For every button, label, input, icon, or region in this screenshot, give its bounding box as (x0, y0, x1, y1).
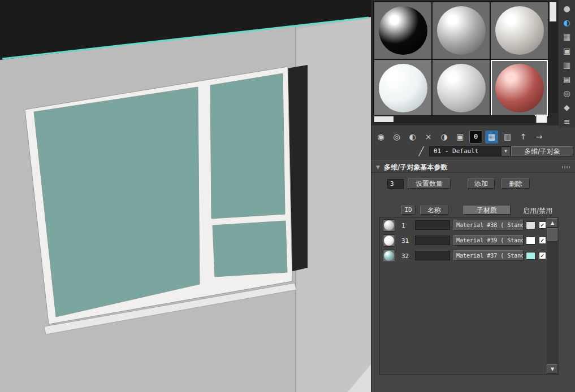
make-material-copy-icon[interactable]: ◑ (438, 130, 451, 143)
submaterial-thumbnail[interactable] (383, 234, 395, 247)
submaterial-row: 31 Material #39 ( Standard ) ✓ (380, 233, 547, 249)
material-sphere-icon (379, 6, 427, 55)
slots-horizontal-scrollbar[interactable] (373, 115, 535, 123)
rollout-collapse-icon[interactable]: ▼ (376, 164, 380, 170)
put-material-to-scene-icon[interactable]: ◎ (390, 130, 403, 143)
material-sphere-icon (495, 64, 544, 112)
submaterial-thumbnail[interactable] (383, 250, 395, 262)
background-icon[interactable]: ▦ (561, 31, 573, 43)
material-sphere-icon (437, 64, 486, 112)
scroll-down-icon[interactable]: ▼ (547, 364, 558, 374)
sample-slot-toolbar: ● ◐ ▦ ▣ ▥ ▤ ◎ ◆ ≡ (559, 0, 575, 128)
eyedropper-icon[interactable]: ╱ (416, 146, 427, 157)
sort-by-name-button[interactable]: 名称 (420, 206, 448, 215)
set-number-button[interactable]: 设置数量 (408, 178, 451, 189)
submaterial-color-swatch[interactable] (526, 252, 535, 260)
material-map-navigator-icon[interactable]: ≡ (561, 115, 573, 128)
glass-pane-right-top[interactable] (210, 73, 285, 219)
scrollbar-thumb[interactable] (550, 2, 556, 21)
submaterial-thumbnail[interactable] (383, 219, 395, 232)
material-slot-1[interactable] (374, 2, 431, 59)
submaterial-list: 1 Material #38 ( Standard ) ✓ 31 Materia… (379, 217, 559, 375)
submaterial-color-swatch[interactable] (526, 221, 535, 229)
submaterial-row: 1 Material #38 ( Standard ) ✓ (380, 218, 547, 233)
material-slot-3[interactable] (491, 2, 548, 59)
submaterial-id: 1 (401, 222, 405, 229)
sample-slots-grid (373, 1, 549, 117)
glass-pane-left[interactable] (34, 87, 200, 317)
material-name-row: ╱ 01 - Default ▼ 多维/子对象 (371, 146, 575, 158)
material-slot-4[interactable] (374, 60, 431, 116)
scrollbar-thumb[interactable] (374, 116, 394, 122)
scrollbar-thumb[interactable] (547, 228, 557, 241)
material-name-dropdown[interactable]: 01 - Default ▼ (429, 146, 511, 156)
material-sphere-icon (384, 220, 394, 230)
material-sphere-icon (495, 6, 544, 55)
make-preview-icon[interactable]: ▤ (561, 73, 573, 85)
material-count-field[interactable] (387, 179, 404, 189)
slots-scroll-corner[interactable] (536, 114, 547, 123)
multi-subobject-params: 设置数量 添加 删除 ID 名称 子材质 启用/禁用 1 Material #3… (371, 173, 575, 392)
submaterial-button[interactable]: Material #37 ( Standard ) (453, 250, 524, 261)
enable-checkbox[interactable]: ✓ (539, 237, 546, 244)
options-icon[interactable]: ◎ (561, 87, 573, 99)
submaterial-button[interactable]: Material #38 ( Standard ) (453, 220, 524, 230)
material-editor-panel: ● ◐ ▦ ▣ ▥ ▤ ◎ ◆ ≡ ◉ ◎ ◐ × ◑ ▣ 0 ▦ ▥ ↑ → … (371, 0, 575, 392)
list-scrollbar[interactable]: ▲ ▼ (547, 218, 558, 374)
submaterial-id: 31 (401, 237, 409, 245)
chevron-down-icon[interactable]: ▼ (501, 147, 510, 156)
enable-checkbox[interactable]: ✓ (539, 252, 546, 259)
slots-vertical-scrollbar[interactable] (548, 1, 557, 113)
get-material-icon[interactable]: ◉ (374, 130, 387, 143)
material-sphere-icon (384, 251, 394, 261)
sample-uv-tiling-icon[interactable]: ▣ (561, 45, 573, 57)
put-to-library-icon[interactable]: ▣ (453, 130, 466, 143)
video-color-check-icon[interactable]: ▥ (561, 59, 573, 71)
add-button[interactable]: 添加 (468, 178, 495, 189)
go-forward-sibling-icon[interactable]: → (533, 130, 546, 143)
delete-button[interactable]: 删除 (501, 178, 530, 189)
backlight-icon[interactable]: ◐ (561, 16, 573, 29)
go-to-parent-icon[interactable]: ↑ (517, 130, 530, 143)
submaterial-row: 32 Material #37 ( Standard ) ✓ (380, 249, 547, 264)
viewport-3d[interactable] (0, 0, 371, 392)
material-slot-5[interactable] (433, 60, 490, 116)
sort-by-id-button[interactable]: ID (401, 206, 416, 215)
enable-disable-header: 启用/禁用 (523, 206, 552, 216)
sort-by-submaterial-button[interactable]: 子材质 (463, 206, 511, 215)
scroll-up-icon[interactable]: ▲ (547, 218, 558, 228)
submaterial-name-field[interactable] (415, 220, 450, 230)
show-end-result-icon[interactable]: ▥ (501, 130, 514, 143)
sample-slots-area (371, 0, 559, 125)
material-sphere-icon (379, 64, 427, 112)
select-by-material-icon[interactable]: ◆ (561, 101, 573, 114)
screen: ● ◐ ▦ ▣ ▥ ▤ ◎ ◆ ≡ ◉ ◎ ◐ × ◑ ▣ 0 ▦ ▥ ↑ → … (0, 0, 575, 392)
enable-checkbox[interactable]: ✓ (539, 221, 546, 229)
material-slot-2[interactable] (433, 2, 490, 59)
material-slot-6[interactable] (491, 60, 548, 116)
material-editor-toolbar: ◉ ◎ ◐ × ◑ ▣ 0 ▦ ▥ ↑ → (373, 129, 574, 144)
material-id-channel-icon[interactable]: 0 (469, 130, 482, 143)
material-name-text: 01 - Default (434, 147, 478, 155)
submaterial-id: 32 (401, 252, 409, 260)
assign-material-to-selection-icon[interactable]: ◐ (406, 130, 419, 143)
glass-pane-right-bottom[interactable] (213, 221, 287, 277)
rollout-grip-icon (562, 166, 571, 168)
material-sphere-icon (437, 6, 486, 55)
submaterial-color-swatch[interactable] (526, 237, 535, 245)
submaterial-name-field[interactable] (415, 236, 450, 245)
submaterial-button[interactable]: Material #39 ( Standard ) (453, 235, 524, 246)
reset-map-icon[interactable]: × (422, 130, 435, 143)
sample-type-icon[interactable]: ● (561, 2, 573, 15)
material-type-button[interactable]: 多维/子对象 (511, 146, 573, 156)
submaterial-name-field[interactable] (415, 251, 450, 260)
rollout-title: 多维/子对象基本参数 (384, 163, 447, 172)
material-sphere-icon (384, 236, 394, 246)
rollout-header[interactable]: ▼ 多维/子对象基本参数 (371, 160, 575, 173)
show-map-in-viewport-icon[interactable]: ▦ (485, 130, 498, 143)
